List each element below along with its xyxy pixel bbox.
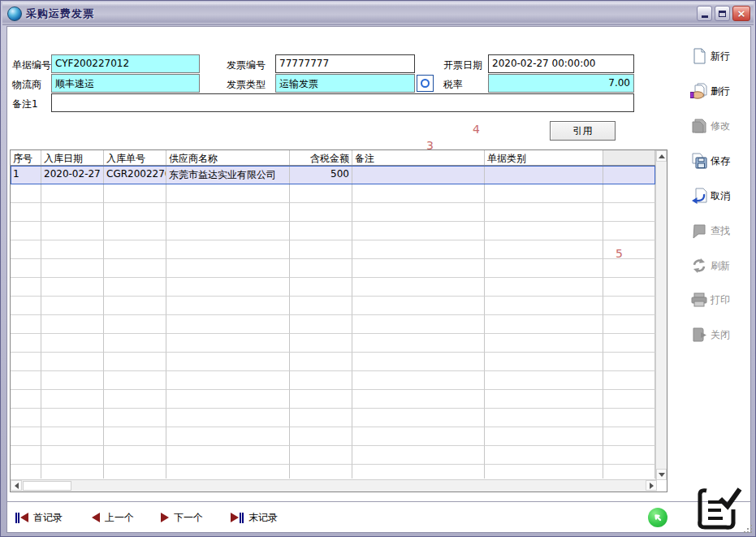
table-cell (41, 371, 104, 390)
scroll-down-button[interactable] (656, 469, 667, 480)
table-cell (290, 297, 352, 315)
table-empty-row[interactable] (11, 409, 655, 427)
last-record-button[interactable]: 末记录 (231, 508, 278, 527)
delete-row-label: 删行 (711, 84, 730, 98)
invoice-date-field[interactable]: 2020-02-27 00:00:00 (488, 54, 634, 73)
table-cell (485, 222, 603, 240)
close-doc-icon (690, 327, 708, 343)
next-record-button[interactable]: 下一个 (161, 508, 203, 527)
invoice-type-picker-button[interactable] (417, 75, 434, 92)
table-cell (166, 371, 290, 390)
table-cell (352, 334, 485, 353)
modify-button[interactable]: 修改 (690, 114, 752, 138)
table-cell (485, 409, 603, 427)
scroll-right-button[interactable] (646, 480, 657, 491)
horizontal-scrollbar[interactable] (11, 479, 657, 492)
refresh-button[interactable]: 刷新 (690, 253, 752, 278)
table-cell (352, 240, 485, 259)
table-cell (290, 278, 352, 297)
table-cell (352, 353, 485, 371)
modify-label: 修改 (711, 119, 730, 133)
table-cell (41, 222, 104, 240)
doc-no-field[interactable]: CYF200227012 (51, 54, 200, 73)
table-cell (290, 259, 352, 278)
column-header: 含税金额 (290, 150, 352, 165)
scroll-left-button[interactable] (11, 480, 22, 491)
first-record-button[interactable]: 首记录 (15, 508, 63, 527)
table-empty-row[interactable] (11, 315, 655, 334)
table-cell (11, 278, 41, 297)
vertical-scrollbar[interactable] (655, 150, 667, 480)
close-doc-button[interactable]: 关闭 (690, 323, 752, 347)
table-cell (352, 222, 485, 240)
table-cell (352, 184, 485, 203)
table-empty-row[interactable] (11, 390, 655, 409)
refresh-icon (690, 258, 708, 274)
print-button[interactable]: 打印 (690, 288, 752, 312)
table-cell (352, 446, 485, 465)
table-cell (11, 353, 41, 371)
table-cell (104, 334, 166, 353)
table-cell (11, 315, 41, 334)
table-empty-row[interactable] (11, 427, 655, 446)
table-cell (41, 390, 104, 409)
close-button[interactable]: × (732, 6, 750, 21)
scroll-up-button[interactable] (656, 150, 667, 162)
table-empty-row[interactable] (11, 446, 655, 465)
table-cell: 东莞市益达实业有限公司 (166, 166, 290, 184)
table-empty-row[interactable] (11, 465, 655, 479)
print-icon (690, 292, 708, 308)
new-row-button[interactable]: 新行 (690, 44, 752, 68)
tax-rate-field[interactable]: 7.00 (488, 74, 634, 93)
table-empty-row[interactable] (11, 297, 655, 315)
table-cell (104, 427, 166, 446)
table-cell (290, 353, 352, 371)
column-header: 供应商名称 (166, 150, 290, 165)
resize-grip[interactable] (742, 523, 752, 533)
table-empty-row[interactable] (11, 222, 655, 240)
table-cell (352, 409, 485, 427)
table-cell (603, 353, 655, 371)
table-empty-row[interactable] (11, 334, 655, 353)
modify-icon (690, 118, 708, 134)
table-empty-row[interactable] (11, 203, 655, 222)
invoice-type-field[interactable]: 运输发票 (275, 74, 415, 93)
column-header: 入库单号 (104, 150, 166, 165)
table-empty-row[interactable] (11, 353, 655, 371)
table-cell (290, 203, 352, 222)
table-cell (290, 184, 352, 203)
table-cell (11, 371, 41, 390)
maximize-button[interactable] (715, 6, 730, 21)
previous-record-button[interactable]: 上一个 (92, 508, 134, 527)
table-empty-row[interactable] (11, 259, 655, 278)
close-icon: × (737, 8, 746, 19)
reference-button[interactable]: 引用 (550, 121, 616, 141)
delete-row-button[interactable]: 删行 (690, 79, 752, 103)
table-row[interactable]: 12020-02-27CGR2002270东莞市益达实业有限公司500 (11, 166, 655, 184)
remark1-field[interactable] (51, 93, 634, 112)
remark1-label: 备注1 (12, 97, 38, 111)
table-cell (104, 203, 166, 222)
horizontal-scroll-thumb[interactable] (23, 481, 71, 491)
table-cell (290, 390, 352, 409)
invoice-no-field[interactable]: 77777777 (275, 54, 415, 73)
table-cell (603, 315, 655, 334)
table-cell (11, 297, 41, 315)
cancel-button[interactable]: 取消 (690, 184, 752, 208)
find-button[interactable]: 查找 (690, 219, 752, 243)
status-green-icon (648, 508, 667, 527)
minimize-button[interactable] (697, 6, 712, 21)
logistics-field[interactable]: 顺丰速运 (51, 74, 200, 93)
table-cell (104, 353, 166, 371)
table-empty-row[interactable] (11, 184, 655, 203)
table-header-row: 序号入库日期入库单号供应商名称含税金额备注单据类别 (11, 150, 655, 166)
table-empty-row[interactable] (11, 371, 655, 390)
invoice-type-label: 发票类型 (227, 78, 266, 92)
logistics-label: 物流商 (12, 78, 41, 92)
invoice-date-label: 开票日期 (443, 58, 482, 72)
table-cell (352, 427, 485, 446)
save-button[interactable]: 保存 (690, 149, 752, 173)
table-empty-row[interactable] (11, 278, 655, 297)
table-cell (290, 465, 352, 479)
table-empty-row[interactable] (11, 240, 655, 259)
